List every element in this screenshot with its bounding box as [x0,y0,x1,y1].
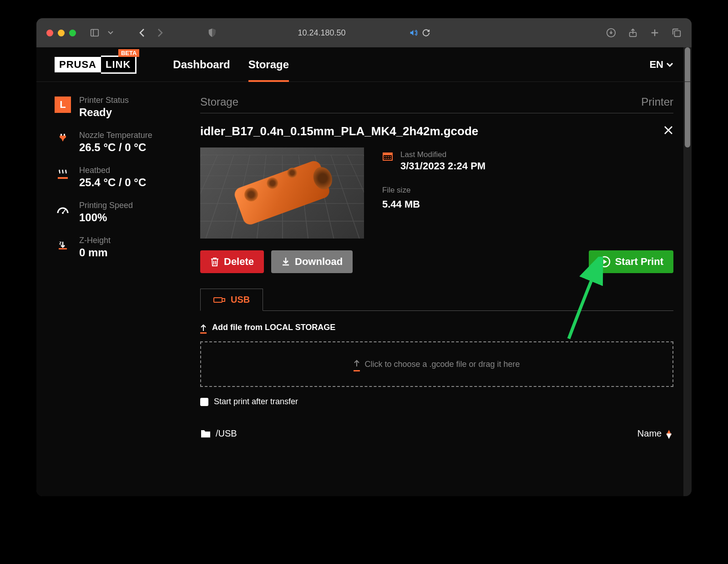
tabs-overview-icon[interactable] [672,28,682,38]
tab-dashboard[interactable]: Dashboard [173,48,230,81]
fullscreen-window-button[interactable] [69,30,76,36]
reload-icon[interactable] [422,29,430,37]
calendar-icon [383,152,393,161]
sort-control[interactable]: Name ▲▼ [637,428,673,439]
svg-rect-14 [222,299,225,301]
close-window-button[interactable] [46,30,53,36]
usb-icon [213,296,225,304]
app-header: PRUSA LINK BETA Dashboard Storage EN [36,47,692,82]
filesize-label: File size [382,186,485,195]
download-icon [281,257,290,267]
checkbox-label: Start print after transfer [214,397,298,406]
logo-part2: LINK [101,56,136,74]
z-height-icon: z [55,237,71,253]
nozzle-temp: Nozzle Temperature 26.5 °C / 0 °C [55,131,187,154]
modified-value: 3/31/2023 2:24 PM [400,160,485,172]
page-content: PRUSA LINK BETA Dashboard Storage EN L P… [36,47,692,496]
delete-button[interactable]: Delete [200,250,264,273]
path-text[interactable]: /USB [216,428,237,439]
scrollbar[interactable] [683,47,692,496]
z-height: z Z-Height 0 mm [55,236,187,259]
upload-icon [354,359,360,370]
download-button[interactable]: Download [271,250,353,273]
status-label: Printer Status [79,96,129,105]
nozzle-icon [55,132,71,148]
title-bar: 10.24.180.50 [36,18,692,47]
filesize-value: 5.44 MB [382,198,485,210]
folder-icon [200,429,211,438]
status-icon: L [55,97,71,113]
traffic-lights [46,30,76,36]
heatbed-label: Heatbed [79,166,146,175]
heatbed-value: 25.4 °C / 0 °C [79,176,146,189]
minimize-window-button[interactable] [58,30,65,36]
beta-badge: BETA [118,49,139,57]
nozzle-value: 26.5 °C / 0 °C [79,141,152,154]
heading-storage: Storage [200,96,238,108]
main-panel: Storage Printer idler_B17_0.4n_0.15mm_PL… [200,96,673,496]
printer-status: L Printer Status Ready [55,96,187,119]
file-name: idler_B17_0.4n_0.15mm_PLA_MK4_2h42m.gcod… [200,124,478,138]
speed-icon [55,202,71,218]
svg-rect-0 [91,30,99,36]
svg-rect-13 [214,298,222,302]
svg-rect-11 [59,248,67,249]
svg-rect-6 [64,134,65,136]
sidebar-toggle-icon[interactable] [89,27,101,39]
browser-window: 10.24.180.50 PRUSA LINK BETA Dashboard S… [36,18,692,496]
logo-part1: PRUSA [55,57,101,72]
share-icon[interactable] [628,28,638,38]
heatbed-temp: Heatbed 25.4 °C / 0 °C [55,166,187,189]
logo[interactable]: PRUSA LINK BETA [55,56,136,74]
file-preview [200,147,364,239]
new-tab-icon[interactable] [650,28,660,38]
language-selector[interactable]: EN [649,59,673,71]
heatbed-icon [55,167,71,183]
tab-usb[interactable]: USB [200,289,263,311]
downloads-icon[interactable] [606,28,616,38]
tab-storage[interactable]: Storage [248,48,289,81]
svg-line-9 [63,209,66,213]
svg-rect-4 [674,30,680,36]
back-button[interactable] [136,27,148,39]
add-file-link[interactable]: Add file from LOCAL STORAGE [200,323,673,332]
upload-icon [200,324,207,332]
dropzone[interactable]: Click to choose a .gcode file or drag it… [200,341,673,387]
address-text: 10.24.180.50 [298,28,345,38]
sort-arrows-icon: ▲▼ [664,430,673,437]
shield-icon[interactable] [206,27,218,39]
play-icon [599,256,611,268]
chevron-down-icon [666,62,673,67]
close-icon[interactable] [663,124,673,138]
svg-text:z: z [59,240,62,245]
modified-label: Last Modified [400,150,485,159]
svg-rect-5 [61,134,62,136]
address-bar[interactable]: 10.24.180.50 [298,28,430,38]
printing-speed: Printing Speed 100% [55,201,187,224]
speed-label: Printing Speed [79,201,133,210]
status-value: Ready [79,106,129,119]
start-after-transfer-checkbox[interactable] [200,398,208,406]
trash-icon [210,257,219,267]
svg-rect-7 [58,177,68,179]
forward-button[interactable] [154,27,166,39]
z-label: Z-Height [79,236,111,245]
dropdown-chevron-icon[interactable] [107,27,114,39]
heading-printer: Printer [641,96,673,108]
z-value: 0 mm [79,246,111,259]
start-print-button[interactable]: Start Print [589,250,673,273]
sidebar: L Printer Status Ready Nozzle Temperatur… [55,96,187,496]
audio-icon[interactable] [410,29,418,37]
speed-value: 100% [79,211,133,224]
nozzle-label: Nozzle Temperature [79,131,152,140]
